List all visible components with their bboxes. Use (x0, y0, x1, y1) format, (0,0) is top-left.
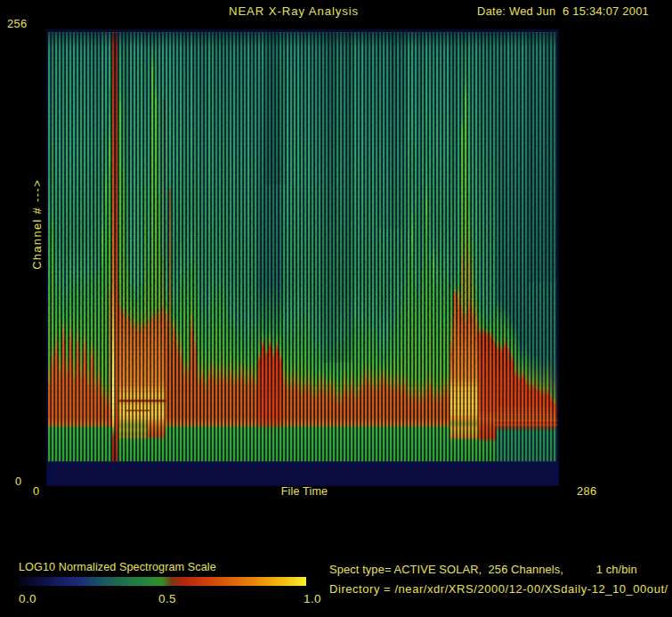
svg-text:Channel # --->: Channel # ---> (30, 179, 44, 270)
svg-text:NEAR X-Ray Analysis: NEAR X-Ray Analysis (229, 4, 359, 18)
svg-text:0.0: 0.0 (19, 592, 36, 605)
svg-text:Date: Wed Jun 6 15:34:07 2001: Date: Wed Jun 6 15:34:07 2001 (477, 4, 649, 18)
svg-text:File Time: File Time (281, 485, 328, 498)
svg-text:LOG10 Normalized Spectrogram S: LOG10 Normalized Spectrogram Scale (19, 561, 216, 573)
svg-text:Spect type= ACTIVE SOLAR, 256: Spect type= ACTIVE SOLAR, 256 Channels, … (329, 563, 637, 576)
svg-text:256: 256 (7, 17, 28, 30)
svg-text:286: 286 (577, 484, 597, 498)
svg-text:1.0: 1.0 (304, 592, 321, 605)
svg-text:0: 0 (33, 484, 39, 498)
svg-text:0.5: 0.5 (158, 592, 176, 605)
svg-text:0: 0 (15, 475, 21, 488)
svg-text:Directory = /near/xdr/XRS/2000: Directory = /near/xdr/XRS/2000/12-00/XSd… (329, 582, 668, 596)
